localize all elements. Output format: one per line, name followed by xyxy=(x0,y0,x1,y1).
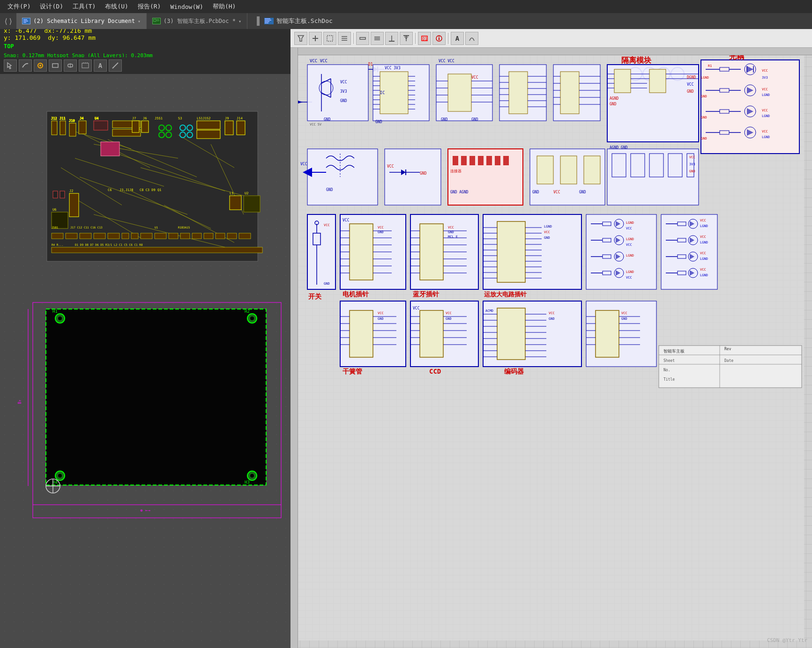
svg-rect-11 xyxy=(265,22,268,23)
tool-rect[interactable] xyxy=(49,59,62,72)
tool-line[interactable] xyxy=(109,59,122,72)
sch-tool-add[interactable] xyxy=(309,32,322,45)
svg-point-120 xyxy=(250,474,254,478)
svg-rect-250 xyxy=(649,69,666,93)
svg-rect-48 xyxy=(94,121,108,130)
tool-via[interactable] xyxy=(34,59,47,72)
svg-rect-10 xyxy=(265,21,269,22)
svg-text:GND: GND xyxy=(448,230,454,234)
tab-scroll-left[interactable]: ⟨⟩ xyxy=(0,13,16,29)
menu-bar: 文件(P) 设计(D) 工具(T) 布线(U) 报告(R) Window(W) … xyxy=(0,0,812,13)
menu-help[interactable]: 帮助(H) xyxy=(209,1,239,12)
menu-report[interactable]: 报告(R) xyxy=(134,1,164,12)
sch-tool-gnd[interactable] xyxy=(385,32,398,45)
coordinate-bar: x: -6.477 dx:-77.216 mm y: 171.069 dy: 9… xyxy=(0,29,291,57)
tool-wire[interactable] xyxy=(19,59,32,72)
sch-tool-list[interactable] xyxy=(338,32,351,45)
svg-text:运放大电路插针: 运放大电路插针 xyxy=(484,291,527,298)
svg-text:GND: GND xyxy=(610,102,617,106)
svg-text:LGND: LGND xyxy=(700,224,708,228)
svg-rect-317 xyxy=(503,156,509,165)
svg-text:GND: GND xyxy=(549,317,555,321)
svg-text:LGND: LGND xyxy=(700,241,708,244)
left-panel-pcb: x: -6.477 dx:-77.216 mm y: 171.069 dy: 9… xyxy=(0,29,291,648)
svg-text:GND: GND xyxy=(687,89,694,94)
svg-text:VCC: VCC xyxy=(621,311,627,315)
svg-rect-97 xyxy=(122,233,129,239)
tab-pcb-icon xyxy=(152,18,161,24)
sch-tool-power[interactable] xyxy=(400,32,413,45)
sch-tool-textA[interactable]: A xyxy=(451,32,464,45)
svg-text:CCD: CCD xyxy=(429,368,441,375)
sch-tool-info[interactable] xyxy=(432,32,446,45)
menu-route[interactable]: 布线(U) xyxy=(101,1,132,12)
svg-rect-78 xyxy=(53,191,58,198)
sch-content-svg: VCC VCC GND VCC 5V VCC 3V3 GND D1 VCC 3V… xyxy=(298,55,804,641)
tool-text[interactable]: A xyxy=(94,59,107,72)
svg-text:IC: IC xyxy=(380,90,385,95)
sch-doc-title: 智能车主板.SchDoc xyxy=(276,17,333,25)
svg-point-153 xyxy=(439,36,440,37)
sch-tool-select-rect[interactable] xyxy=(323,32,336,45)
svg-text:VCC: VCC xyxy=(626,227,632,230)
svg-text:干簧管: 干簧管 xyxy=(343,368,362,375)
sch-tool-net[interactable]: D1 xyxy=(418,32,431,45)
svg-text:VCC: VCC xyxy=(689,155,695,159)
svg-text:VCC: VCC xyxy=(626,55,632,56)
menu-window[interactable]: Window(W) xyxy=(166,2,207,11)
svg-text:MCL E: MCL E xyxy=(448,235,458,239)
svg-rect-74 xyxy=(101,142,119,156)
svg-text:D1: D1 xyxy=(423,37,427,41)
svg-rect-14 xyxy=(52,64,58,67)
tab-schlib-arrow[interactable]: ▾ xyxy=(138,19,141,24)
svg-text:LS1J1S2: LS1J1S2 xyxy=(197,117,211,120)
svg-rect-210 xyxy=(509,72,528,114)
tab-pcb[interactable]: (3) 智能车主板.PcbDoc * ▾ xyxy=(147,13,247,29)
svg-text:U2: U2 xyxy=(245,191,248,195)
svg-rect-312 xyxy=(461,156,467,165)
tool-component[interactable] xyxy=(79,59,92,72)
sch-doc-icon xyxy=(264,18,274,24)
svg-text:R4 R...: R4 R... xyxy=(52,243,63,246)
svg-text:VCC: VCC xyxy=(544,230,550,234)
sch-tool-wire2[interactable] xyxy=(371,32,384,45)
svg-text:VCC: VCC xyxy=(762,109,768,112)
svg-text:H2: H2 xyxy=(245,309,250,314)
svg-text:VCC: VCC xyxy=(378,311,384,315)
sch-tool-bus[interactable] xyxy=(356,32,369,45)
svg-text:GND: GND xyxy=(544,236,550,240)
svg-text:VCC: VCC xyxy=(626,276,632,280)
tab-pcb-arrow[interactable]: ▾ xyxy=(238,19,241,24)
svg-rect-478 xyxy=(420,310,443,357)
pcb-canvas[interactable]: J12 J11 J10 J4 U4 J7 J6 xyxy=(0,74,291,648)
svg-marker-132 xyxy=(298,36,304,41)
svg-rect-100 xyxy=(155,233,166,239)
tool-pad[interactable] xyxy=(64,59,77,72)
svg-text:C6: C6 xyxy=(108,188,112,192)
svg-text:AGND GND: AGND GND xyxy=(610,146,628,150)
menu-tools[interactable]: 工具(T) xyxy=(69,1,99,12)
sch-tool-arc[interactable] xyxy=(465,32,478,45)
sch-tool-filter[interactable] xyxy=(294,32,307,45)
svg-text:隔离模块: 隔离模块 xyxy=(621,56,652,65)
svg-text:J14: J14 xyxy=(237,117,243,120)
svg-text:ACMD: ACMD xyxy=(485,309,493,313)
menu-design[interactable]: 设计(D) xyxy=(36,1,67,12)
svg-rect-44 xyxy=(69,123,76,136)
svg-rect-322 xyxy=(560,156,577,184)
tool-select[interactable] xyxy=(4,59,17,72)
svg-text:J3,J1J8: J3,J1J8 xyxy=(119,188,134,192)
schematic-canvas[interactable]: VCC VCC GND VCC 5V VCC 3V3 GND D1 VCC 3V… xyxy=(291,48,812,648)
svg-text:VCC: VCC xyxy=(700,268,706,272)
tab-schlib[interactable]: (2) Schematic Library Document ▾ xyxy=(16,13,147,29)
coord-dx: dx:-77.216 mm xyxy=(44,29,92,34)
svg-text:GND: GND xyxy=(471,118,478,122)
svg-text:连接器: 连接器 xyxy=(450,169,462,173)
svg-text:GND: GND xyxy=(324,282,330,286)
svg-rect-135 xyxy=(327,36,333,41)
svg-text:L1: L1 xyxy=(230,191,233,195)
svg-rect-8 xyxy=(265,18,270,19)
sch-top-ruler xyxy=(291,48,812,55)
svg-text:D1 D9 D8 D7 D6 D5 R3/1 L2 C1 C: D1 D9 D8 D7 D6 D5 R3/1 L2 C1 C5 C6 C1 R8 xyxy=(75,243,143,246)
menu-file[interactable]: 文件(P) xyxy=(4,1,34,12)
